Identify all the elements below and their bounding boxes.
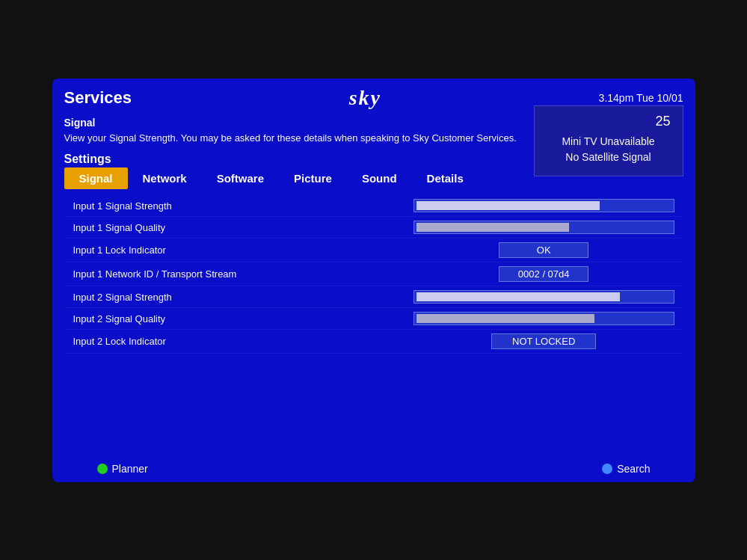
row-value xyxy=(405,217,683,239)
search-button[interactable]: Search xyxy=(602,463,650,475)
table-row: Input 1 Lock IndicatorOK xyxy=(64,239,683,262)
tab-picture[interactable]: Picture xyxy=(279,167,347,189)
tv-screen: Services sky 3.14pm Tue 10/01 Signal Vie… xyxy=(52,79,695,482)
row-label: Input 2 Lock Indicator xyxy=(64,330,405,354)
signal-table: Input 1 Signal StrengthInput 1 Signal Qu… xyxy=(64,195,683,354)
mini-tv-status: Mini TV Unavailable No Satellite Signal xyxy=(547,134,671,165)
table-row: Input 2 Lock IndicatorNOT LOCKED xyxy=(64,330,683,354)
table-row: Input 2 Signal Strength xyxy=(64,286,683,308)
tab-software[interactable]: Software xyxy=(202,167,279,189)
tab-sound[interactable]: Sound xyxy=(347,167,412,189)
planner-label: Planner xyxy=(112,463,148,475)
planner-button[interactable]: Planner xyxy=(97,463,148,475)
row-value xyxy=(405,195,683,217)
datetime: 3.14pm Tue 10/01 xyxy=(599,92,683,104)
row-label: Input 1 Signal Quality xyxy=(64,217,405,239)
row-label: Input 1 Lock Indicator xyxy=(64,239,405,262)
green-dot-icon xyxy=(97,464,108,474)
tab-signal[interactable]: Signal xyxy=(64,167,128,189)
bottom-bar: Planner Search xyxy=(52,463,695,475)
row-label: Input 1 Network ID / Transport Stream xyxy=(64,262,405,286)
mini-tv-box: 25 Mini TV Unavailable No Satellite Sign… xyxy=(534,105,683,176)
table-row: Input 2 Signal Quality xyxy=(64,308,683,330)
table-row: Input 1 Signal Quality xyxy=(64,217,683,239)
page-title: Services xyxy=(64,88,132,108)
channel-number: 25 xyxy=(547,114,671,129)
table-row: Input 1 Signal Strength xyxy=(64,195,683,217)
row-value: NOT LOCKED xyxy=(405,330,683,354)
blue-dot-icon xyxy=(602,464,612,474)
tab-details[interactable]: Details xyxy=(412,167,479,189)
table-row: Input 1 Network ID / Transport Stream000… xyxy=(64,262,683,286)
sky-logo: sky xyxy=(349,86,381,110)
row-value: 0002 / 07d4 xyxy=(405,262,683,286)
row-value xyxy=(405,308,683,330)
row-label: Input 1 Signal Strength xyxy=(64,195,405,217)
row-label: Input 2 Signal Quality xyxy=(64,308,405,330)
row-value xyxy=(405,286,683,308)
row-value: OK xyxy=(405,239,683,262)
tab-network[interactable]: Network xyxy=(128,167,202,189)
row-label: Input 2 Signal Strength xyxy=(64,286,405,308)
search-label: Search xyxy=(617,463,650,475)
